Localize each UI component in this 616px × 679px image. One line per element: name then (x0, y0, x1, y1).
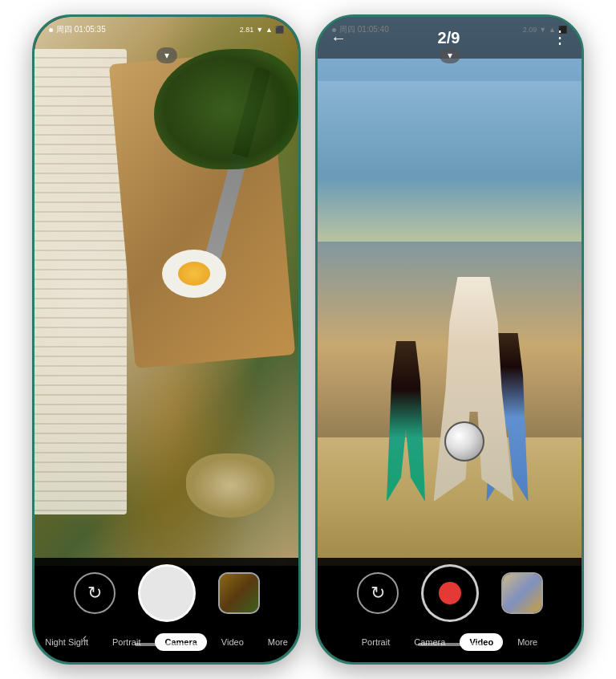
thumbnail-food-image (220, 574, 258, 612)
shutter-row-2: ↻ (318, 564, 582, 622)
home-indicator-1 (135, 643, 199, 646)
record-dot-2 (439, 582, 461, 604)
phone-2: 周四 01:05:40 2.09 ▼ ▲ ⬛ ← 2/9 ⋮ (315, 14, 584, 665)
status-bar-left-1: 周四 01:05:35 (49, 24, 106, 35)
wifi-icon-1: ▲ (265, 26, 273, 34)
rotate-camera-button-2[interactable]: ↻ (357, 572, 399, 614)
shutter-row-1: ↻ (34, 564, 298, 622)
speed-text-1: 2.81 (240, 26, 254, 34)
phone-screen-1: 周四 01:05:35 2.81 ▼ ▲ ⬛ (34, 17, 298, 662)
gallery-thumbnail-2[interactable] (501, 572, 543, 614)
nav-back-1[interactable]: ‹ (83, 631, 87, 645)
record-button-2[interactable] (421, 564, 479, 622)
status-time-1: 周四 01:05:35 (56, 24, 106, 35)
nav-bar-2 (318, 625, 582, 651)
chevron-icon-1: ▾ (164, 50, 169, 61)
rotate-icon-2: ↻ (371, 583, 385, 604)
phone-frame-1: 周四 01:05:35 2.81 ▼ ▲ ⬛ (32, 14, 301, 665)
back-button-2[interactable]: ← (330, 29, 346, 47)
chevron-down-1[interactable]: ▾ (156, 47, 177, 63)
nav-bar-1: ‹ (34, 625, 298, 651)
status-bar-1: 周四 01:05:35 2.81 ▼ ▲ ⬛ (34, 17, 298, 43)
thumbnail-beach-image (503, 574, 541, 612)
phone-frame-2: 周四 01:05:40 2.09 ▼ ▲ ⬛ ← 2/9 ⋮ (315, 14, 584, 665)
chevron-down-2[interactable]: ▾ (440, 47, 460, 63)
beach-photo-bg (318, 17, 582, 566)
rotate-camera-button-1[interactable]: ↻ (74, 572, 116, 614)
chevron-icon-2: ▾ (448, 50, 452, 61)
food-egg (162, 250, 226, 298)
sea-background (318, 81, 582, 242)
status-dot-1 (49, 28, 53, 32)
food-bowl (186, 453, 274, 518)
battery-icon-1: ⬛ (275, 26, 284, 34)
camera-viewfinder-2 (318, 17, 582, 566)
phone-screen-2: 周四 01:05:40 2.09 ▼ ▲ ⬛ ← 2/9 ⋮ (318, 17, 582, 662)
signal-icon-1: ▼ (256, 26, 263, 34)
home-indicator-2 (418, 643, 482, 646)
football-ball (444, 421, 484, 461)
phone-1: 周四 01:05:35 2.81 ▼ ▲ ⬛ (32, 14, 301, 665)
camera-viewfinder-1 (34, 17, 298, 566)
status-icons-1: 2.81 ▼ ▲ ⬛ (240, 26, 284, 34)
more-menu-button-2[interactable]: ⋮ (551, 27, 569, 48)
rotate-icon-1: ↻ (87, 583, 102, 604)
photo-counter-2: 2/9 (438, 29, 460, 47)
food-photo-bg (34, 17, 298, 566)
gallery-thumbnail-1[interactable] (218, 572, 260, 614)
shutter-button-1[interactable] (138, 564, 196, 622)
